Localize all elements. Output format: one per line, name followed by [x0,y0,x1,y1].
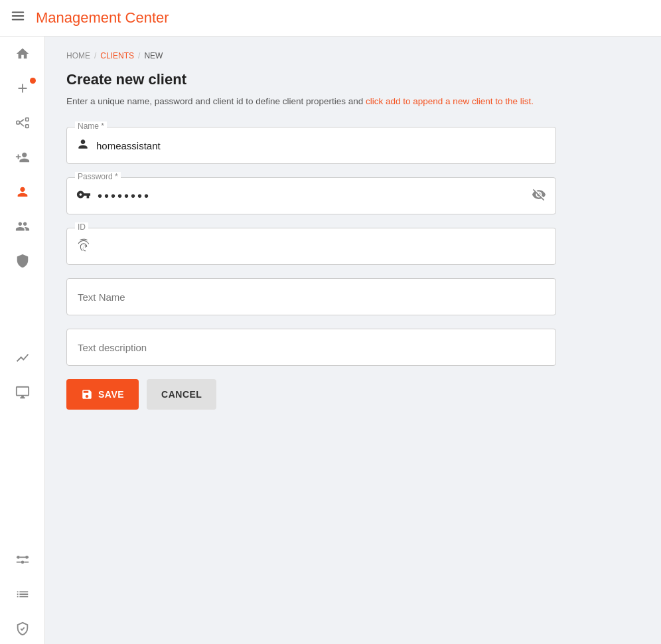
svg-point-8 [17,556,20,559]
page-subtitle: Enter a unique name, password and client… [66,95,640,108]
menu-icon[interactable] [11,9,25,27]
svg-rect-3 [16,121,19,124]
visibility-off-icon[interactable] [532,187,546,205]
name-label: Name * [75,121,107,131]
save-icon [81,388,93,400]
breadcrumb-current: NEW [144,51,163,60]
breadcrumb: HOME / CLIENTS / NEW [66,51,640,60]
svg-line-6 [19,120,23,123]
page-title: Create new client [66,71,640,88]
sidebar-item-group[interactable] [0,209,45,244]
app-title: Management Center [36,9,169,27]
password-field-wrapper: Password * [66,177,556,214]
sidebar-item-shield-outline[interactable] [0,611,45,644]
fingerprint-icon [76,238,91,256]
form-actions: SAVE CANCEL [66,379,640,410]
notification-badge [30,78,36,84]
text-description-wrapper [66,329,556,366]
text-description-input[interactable] [67,329,555,365]
sidebar-item-person[interactable] [0,175,45,209]
sidebar-item-shield[interactable] [0,244,45,278]
password-input[interactable] [98,189,525,204]
sidebar-item-add[interactable] [0,71,45,106]
name-field-wrapper: Name * [66,127,556,164]
svg-rect-5 [25,125,29,128]
key-icon [76,187,91,205]
sidebar-item-analytics[interactable] [0,341,45,375]
cancel-button[interactable]: CANCEL [147,379,216,410]
id-input[interactable] [98,241,546,252]
sidebar-item-desktop[interactable] [0,375,45,410]
breadcrumb-home[interactable]: HOME [66,51,90,60]
name-input[interactable] [96,140,546,151]
password-label: Password * [75,172,121,181]
sidebar-item-person-add[interactable] [0,140,45,175]
save-button[interactable]: SAVE [66,379,139,410]
text-name-wrapper [66,278,556,315]
person-icon [76,137,90,154]
text-name-input[interactable] [67,279,555,315]
sidebar-item-sliders[interactable] [0,542,45,577]
sidebar-item-flow[interactable] [0,106,45,140]
id-field-wrapper: ID [66,228,556,265]
svg-line-7 [19,123,23,127]
breadcrumb-clients[interactable]: CLIENTS [100,51,134,60]
svg-rect-4 [25,118,29,121]
svg-point-9 [21,560,24,564]
id-label: ID [75,222,88,232]
sidebar-item-list[interactable] [0,577,45,611]
sidebar-item-home[interactable] [0,37,45,71]
